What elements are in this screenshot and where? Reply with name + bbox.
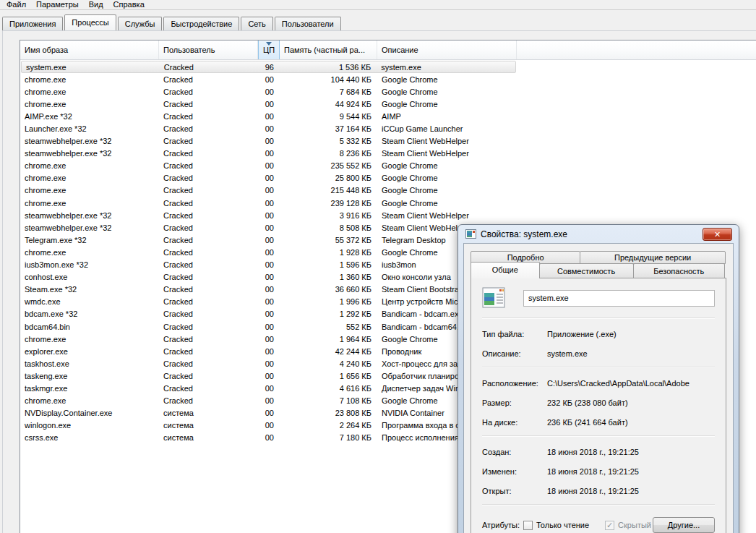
cell-user: Cracked bbox=[159, 321, 258, 333]
column-header-user[interactable]: Пользователь bbox=[159, 40, 258, 59]
tab-performance[interactable]: Быстродействие bbox=[163, 17, 239, 30]
process-row[interactable]: chrome.exeCracked007 684 КБGoogle Chrome bbox=[20, 85, 517, 98]
process-row[interactable]: chrome.exeCracked0025 800 КБGoogle Chrom… bbox=[20, 172, 517, 184]
process-row[interactable]: system.exeCracked961 536 КБsystem.exe bbox=[21, 61, 516, 73]
process-row[interactable]: iusb3mon.exe *32Cracked001 596 КБiusb3mo… bbox=[20, 259, 517, 271]
cell-cpu: 00 bbox=[258, 222, 280, 234]
dialog-titlebar[interactable]: Свойства: system.exe bbox=[458, 225, 739, 243]
cell-cpu: 00 bbox=[258, 74, 280, 85]
process-row[interactable]: steamwebhelper.exe *32Cracked008 508 КБS… bbox=[20, 221, 517, 234]
process-row[interactable]: NVDisplay.Container.exeсистема0023 808 К… bbox=[20, 407, 517, 419]
info-value-description: system.exe bbox=[547, 349, 715, 358]
cell-cpu: 00 bbox=[258, 321, 280, 333]
info-row-description: Описание:system.exe bbox=[482, 349, 715, 358]
cell-memory: 37 164 КБ bbox=[280, 123, 377, 135]
process-row[interactable]: chrome.exeCracked00104 440 КБGoogle Chro… bbox=[20, 73, 517, 85]
column-header-cpu[interactable]: ЦП bbox=[258, 40, 280, 59]
attributes-row: Атрибуты: Только чтение ✓ Скрытый Другие… bbox=[482, 517, 715, 533]
other-attributes-button[interactable]: Другие... bbox=[653, 517, 715, 533]
process-row[interactable]: bdcam64.binCracked00552 КБBandicam - bdc… bbox=[20, 320, 517, 333]
tab-networking[interactable]: Сеть bbox=[241, 17, 272, 30]
menu-item-file[interactable]: Файл bbox=[1, 0, 31, 9]
tab-applications[interactable]: Приложения bbox=[2, 17, 63, 30]
cell-user: Cracked bbox=[159, 283, 258, 295]
dialog-tab-general[interactable]: Общие bbox=[471, 262, 540, 278]
cell-description: iCCup Game Launcher bbox=[377, 123, 517, 135]
process-row[interactable]: explorer.exeCracked0042 244 КБПроводник bbox=[20, 345, 517, 357]
cell-user: Cracked bbox=[159, 135, 258, 147]
column-header-memory[interactable]: Память (частный ра... bbox=[280, 40, 377, 59]
file-info-groups: Тип файла:Приложение (.exe)Описание:syst… bbox=[482, 317, 715, 495]
process-row[interactable]: chrome.exeCracked001 964 КБGoogle Chrome bbox=[20, 333, 517, 345]
separator bbox=[482, 317, 715, 319]
cell-user: Cracked bbox=[159, 395, 258, 406]
process-row[interactable]: csrss.exeсистема007 180 КБПроцесс исполн… bbox=[20, 432, 517, 444]
process-row[interactable]: steamwebhelper.exe *32Cracked008 236 КБS… bbox=[20, 148, 517, 160]
menu-bar: ФайлПараметрыВидСправка bbox=[0, 0, 756, 10]
process-row[interactable]: bdcam.exe *32Cracked001 292 КБBandicam -… bbox=[20, 308, 517, 320]
process-row[interactable]: steamwebhelper.exe *32Cracked005 332 КБS… bbox=[20, 135, 517, 148]
cell-image-name: chrome.exe bbox=[20, 247, 159, 258]
tab-processes[interactable]: Процессы bbox=[64, 14, 116, 30]
readonly-checkbox[interactable] bbox=[523, 521, 533, 530]
file-name-input[interactable] bbox=[523, 290, 715, 307]
process-row[interactable]: wmdc.exeCracked001 996 КБЦентр устройств… bbox=[20, 296, 517, 308]
process-row[interactable]: Launcher.exe *32Cracked0037 164 КБiCCup … bbox=[20, 122, 517, 135]
cell-image-name: chrome.exe bbox=[20, 184, 159, 196]
menu-item-help[interactable]: Справка bbox=[108, 0, 150, 9]
cell-image-name: Launcher.exe *32 bbox=[20, 123, 159, 135]
process-row[interactable]: chrome.exeCracked007 108 КБGoogle Chrome bbox=[20, 395, 517, 407]
info-value-accessed: 18 июня 2018 г., 19:21:25 bbox=[547, 487, 715, 495]
process-row[interactable]: conhost.exeCracked001 360 КБОкно консоли… bbox=[20, 271, 517, 283]
process-row[interactable]: chrome.exeCracked001 928 КБGoogle Chrome bbox=[20, 246, 517, 258]
dialog-app-icon bbox=[465, 229, 476, 239]
cell-memory: 2 264 КБ bbox=[280, 419, 377, 431]
cell-user: Cracked bbox=[159, 148, 258, 159]
dialog-tab-previous-versions[interactable]: Предыдущие версии bbox=[580, 251, 726, 264]
process-row[interactable]: chrome.exeCracked00215 448 КБGoogle Chro… bbox=[20, 184, 517, 197]
process-row[interactable]: chrome.exeCracked0044 924 КБGoogle Chrom… bbox=[20, 98, 517, 110]
cell-description: Google Chrome bbox=[377, 86, 517, 98]
column-header-description[interactable]: Описание bbox=[377, 40, 517, 59]
close-icon[interactable]: ✕ bbox=[703, 228, 732, 241]
cell-cpu: 00 bbox=[258, 395, 280, 406]
cell-description: AIMP bbox=[377, 111, 517, 122]
cell-cpu: 00 bbox=[258, 86, 280, 98]
tab-services[interactable]: Службы bbox=[118, 17, 163, 30]
process-row[interactable]: taskmgr.exeCracked004 616 КБДиспетчер за… bbox=[20, 382, 517, 394]
cell-user: Cracked bbox=[159, 86, 258, 98]
sort-desc-icon bbox=[266, 42, 272, 46]
dialog-tab-security[interactable]: Безопасность bbox=[633, 263, 725, 278]
process-row[interactable]: steamwebhelper.exe *32Cracked003 916 КБS… bbox=[20, 209, 517, 221]
process-row[interactable]: taskhost.exeCracked004 240 КБХост-процес… bbox=[20, 357, 517, 370]
cell-memory: 55 372 КБ bbox=[280, 234, 377, 246]
process-row[interactable]: Telegram.exe *32Cracked0055 372 КБTelegr… bbox=[20, 234, 517, 246]
menu-item-view[interactable]: Вид bbox=[84, 0, 108, 9]
cell-cpu: 00 bbox=[258, 358, 280, 370]
cell-cpu: 00 bbox=[258, 383, 280, 394]
cell-user: Cracked bbox=[159, 271, 258, 283]
process-row[interactable]: winlogon.exeсистема002 264 КБПрограмма в… bbox=[20, 419, 517, 432]
menu-item-options[interactable]: Параметры bbox=[31, 0, 84, 9]
application-file-icon bbox=[482, 287, 506, 309]
process-row[interactable]: chrome.exeCracked00239 128 КБGoogle Chro… bbox=[20, 197, 517, 209]
cell-user: Cracked bbox=[160, 61, 258, 73]
cell-memory: 215 448 КБ bbox=[280, 184, 377, 196]
cell-memory: 1 928 КБ bbox=[280, 247, 377, 258]
process-row[interactable]: AIMP.exe *32Cracked009 544 КБAIMP bbox=[20, 110, 517, 122]
cell-user: Cracked bbox=[159, 123, 258, 135]
cell-user: Cracked bbox=[159, 308, 258, 320]
dialog-tab-compatibility[interactable]: Совместимость bbox=[539, 263, 634, 278]
cell-memory: 36 660 КБ bbox=[280, 283, 377, 295]
column-header-filler bbox=[517, 40, 756, 59]
column-header-image-name[interactable]: Имя образа bbox=[20, 40, 159, 59]
cell-memory: 4 240 КБ bbox=[280, 358, 377, 370]
process-row[interactable]: taskeng.exeCracked001 656 КБОбработчик п… bbox=[20, 370, 517, 382]
cell-cpu: 00 bbox=[258, 160, 280, 171]
tab-users[interactable]: Пользователи bbox=[275, 17, 341, 30]
cell-image-name: bdcam64.bin bbox=[20, 321, 159, 333]
process-row[interactable]: Steam.exe *32Cracked0036 660 КБSteam Cli… bbox=[20, 283, 517, 296]
cell-image-name: AIMP.exe *32 bbox=[20, 111, 159, 122]
cell-user: Cracked bbox=[159, 172, 258, 184]
process-row[interactable]: chrome.exeCracked00235 552 КБGoogle Chro… bbox=[20, 160, 517, 172]
